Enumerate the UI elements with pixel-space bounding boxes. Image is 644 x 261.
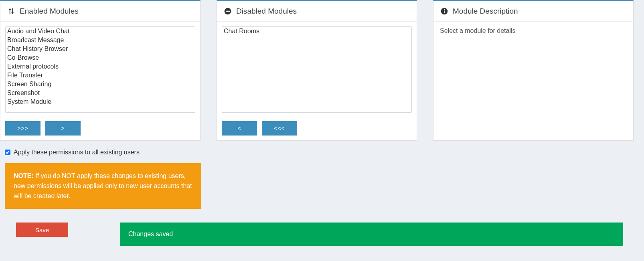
enabled-modules-list[interactable]: Audio and Video ChatBroadcast MessageCha…	[5, 26, 195, 113]
disabled-modules-list[interactable]: Chat Rooms	[222, 26, 412, 113]
list-item[interactable]: Co-Browse	[6, 53, 195, 62]
info-circle-icon	[440, 7, 449, 16]
enabled-modules-panel: Enabled Modules Audio and Video ChatBroa…	[0, 0, 200, 141]
module-description-panel: Module Description Select a module for d…	[433, 0, 634, 141]
move-all-left-button[interactable]: <<<	[262, 121, 297, 136]
svg-rect-3	[444, 10, 445, 13]
module-description-placeholder: Select a module for details	[433, 22, 633, 42]
enabled-modules-title: Enabled Modules	[20, 7, 79, 16]
list-item[interactable]: External protocols	[6, 62, 195, 71]
note-text: If you do NOT apply these changes to exi…	[14, 172, 192, 199]
save-button[interactable]: Save	[16, 223, 68, 237]
module-description-header: Module Description	[433, 1, 633, 22]
note-prefix: NOTE:	[14, 172, 34, 179]
disabled-modules-header: Disabled Modules	[217, 1, 417, 22]
apply-permissions-row[interactable]: Apply these permissions to all existing …	[5, 149, 639, 156]
minus-circle-icon	[223, 7, 232, 16]
move-all-right-button[interactable]: >>>	[5, 121, 41, 136]
list-item[interactable]: Screenshot	[6, 89, 195, 97]
apply-permissions-checkbox[interactable]	[5, 150, 10, 155]
success-alert: Changes saved	[120, 223, 623, 246]
svg-rect-1	[226, 11, 230, 12]
list-item[interactable]: Chat Rooms	[222, 27, 411, 36]
list-item[interactable]: Screen Sharing	[6, 80, 195, 89]
list-item[interactable]: Broadcast Message	[6, 36, 195, 45]
sort-icon	[7, 7, 16, 16]
disabled-modules-panel: Disabled Modules Chat Rooms < <<<	[217, 0, 417, 141]
note-box: NOTE: If you do NOT apply these changes …	[5, 163, 201, 209]
move-right-button[interactable]: >	[45, 121, 81, 136]
list-item[interactable]: Audio and Video Chat	[6, 27, 195, 36]
svg-point-4	[444, 9, 445, 10]
list-item[interactable]: File Transfer	[6, 71, 195, 80]
disabled-modules-title: Disabled Modules	[236, 7, 297, 16]
list-item[interactable]: System Module	[6, 97, 195, 106]
module-description-title: Module Description	[453, 7, 518, 16]
list-item[interactable]: Chat History Browser	[6, 45, 195, 53]
apply-permissions-label: Apply these permissions to all existing …	[14, 149, 140, 156]
move-left-button[interactable]: <	[222, 121, 257, 136]
enabled-modules-header: Enabled Modules	[0, 1, 200, 22]
